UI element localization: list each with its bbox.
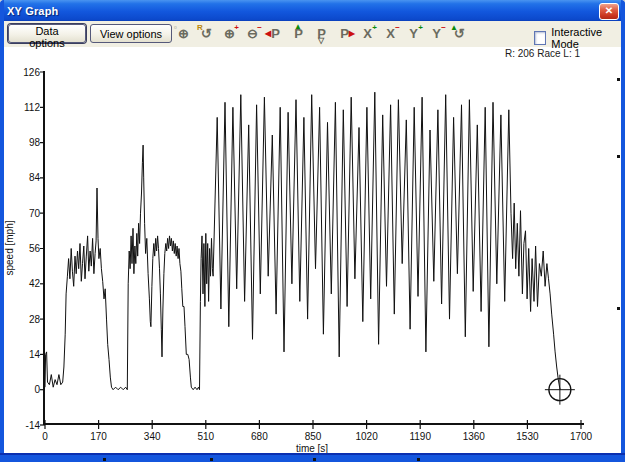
window-border-left	[0, 0, 4, 462]
y-tick-label: 84	[29, 172, 41, 183]
y-tick-label: 14	[29, 349, 41, 360]
y-tick-label: 42	[29, 278, 41, 289]
x-tick-label: 340	[144, 431, 161, 442]
x-tick-label: 1190	[409, 431, 431, 442]
y-axis-shrink-icon[interactable]: Y−	[427, 24, 446, 44]
next-point-icon[interactable]: P▶	[335, 24, 354, 44]
close-button[interactable]: ✕	[599, 3, 619, 20]
xy-graph-window: -140142842567084981121260170340510680850…	[0, 0, 625, 462]
y-tick-label: 56	[29, 243, 41, 254]
view-options-button[interactable]: View options	[90, 24, 172, 43]
x-tick-label: 1530	[516, 431, 539, 442]
border-tick-mark	[617, 307, 620, 310]
window-title: XY Graph	[0, 5, 59, 17]
border-tick-mark	[210, 458, 213, 461]
window-border-right[interactable]	[621, 0, 625, 462]
zoom-out-icon[interactable]: ⊖−	[243, 24, 262, 44]
flag-down-icon[interactable]: P▽	[312, 24, 331, 44]
x-axis-shrink-icon[interactable]: X−	[381, 24, 400, 44]
x-tick-label: 850	[305, 431, 322, 442]
y-tick-label: 112	[24, 102, 40, 113]
x-tick-label: 1360	[463, 431, 486, 442]
flag-up-icon[interactable]: P▲	[289, 24, 308, 44]
border-tick-mark	[617, 155, 620, 158]
x-tick-label: 680	[251, 431, 268, 442]
prev-point-icon[interactable]: P◀	[266, 24, 285, 44]
x-tick-label: 0	[42, 431, 48, 442]
x-tick-label: 170	[90, 431, 107, 442]
cursor-crosshair[interactable]	[545, 375, 575, 405]
autoscale-icon[interactable]: ↺▲	[450, 24, 469, 44]
toolbar: Data options View options ⊕▫↺R⊕+⊖−P◀P▲P▽…	[4, 21, 621, 47]
title-bar[interactable]: XY Graph ✕	[0, 0, 625, 21]
y-tick-label: 70	[29, 208, 41, 219]
zoom-to-rectangle-icon[interactable]: ⊕▫	[174, 24, 193, 44]
icon-bar: ⊕▫↺R⊕+⊖−P◀P▲P▽P▶X+X−Y+Y−↺▲	[174, 24, 469, 44]
border-tick-mark	[313, 458, 316, 461]
border-tick-mark	[417, 458, 420, 461]
close-icon: ✕	[605, 5, 613, 16]
data-options-button[interactable]: Data options	[8, 24, 86, 43]
y-tick-label: 98	[29, 137, 41, 148]
x-tick-label: 1020	[355, 431, 378, 442]
y-axis-title: speed [mph]	[4, 220, 15, 275]
chart-canvas[interactable]: -140142842567084981121260170340510680850…	[0, 0, 625, 462]
y-tick-label: 28	[29, 314, 41, 325]
border-tick-mark	[103, 458, 106, 461]
speed-trace	[45, 92, 560, 390]
checkbox-label: Interactive Mode	[551, 26, 621, 50]
reset-zoom-icon[interactable]: ↺R	[197, 24, 216, 44]
y-tick-label: 126	[23, 67, 40, 78]
y-axis-expand-icon[interactable]: Y+	[404, 24, 423, 44]
checkbox-box[interactable]	[534, 31, 546, 45]
zoom-in-icon[interactable]: ⊕+	[220, 24, 239, 44]
y-tick-label: -14	[26, 420, 41, 431]
border-tick-mark	[617, 78, 620, 81]
interactive-mode-checkbox[interactable]: Interactive Mode	[534, 26, 621, 50]
x-tick-label: 1700	[570, 431, 593, 442]
x-tick-label: 510	[197, 431, 214, 442]
y-tick-label: 0	[34, 384, 40, 395]
x-axis-expand-icon[interactable]: X+	[358, 24, 377, 44]
